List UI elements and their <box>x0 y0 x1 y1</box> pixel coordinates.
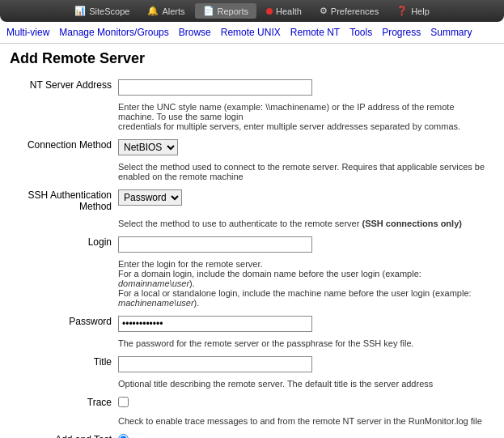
password-row: Password <box>10 313 494 334</box>
title-input[interactable] <box>118 356 312 372</box>
nav-preferences[interactable]: ⚙ Preferences <box>311 3 387 19</box>
login-row: Login <box>10 234 494 255</box>
nav-health[interactable]: Health <box>258 4 310 19</box>
nav-tools[interactable]: Tools <box>349 27 372 38</box>
nt-server-address-input[interactable] <box>118 79 312 96</box>
ssh-auth-help-text: Select the method to use to authenticate… <box>118 217 491 232</box>
login-help-text: Enter the login for the remote server. F… <box>118 257 491 311</box>
top-nav-bar: 📊 SiteScope 🔔 Alerts 📄 Reports Health ⚙ … <box>0 0 504 22</box>
form-table: NT Server Address Enter the UNC style na… <box>10 77 494 438</box>
title-label: Title <box>10 354 115 375</box>
reports-icon: 📄 <box>203 6 214 16</box>
nav-remote-unix[interactable]: Remote UNIX <box>221 27 281 38</box>
page-title: Add Remote Server <box>10 50 494 67</box>
nt-server-help-row: Enter the UNC style name (example: \\mac… <box>10 98 494 137</box>
add-and-test-row: Add and Test <box>10 432 494 438</box>
add-and-test-label: Add and Test <box>10 432 115 438</box>
connection-method-help-row: Select the method used to connect to the… <box>10 158 494 187</box>
ssh-auth-row: SSH AuthenticationMethod Password Key <box>10 187 494 215</box>
health-dot-icon <box>266 8 273 15</box>
help-icon: ❓ <box>396 6 408 16</box>
password-label: Password <box>10 313 115 334</box>
alerts-icon: 🔔 <box>147 6 159 16</box>
password-help-text: The password for the remote server or th… <box>118 337 491 351</box>
second-nav-bar: Multi-view Manage Monitors/Groups Browse… <box>0 22 504 44</box>
nt-server-help-text: Enter the UNC style name (example: \\mac… <box>118 100 491 134</box>
password-input[interactable] <box>118 316 312 332</box>
nav-help[interactable]: ❓ Help <box>388 3 438 19</box>
trace-help-row: Check to enable trace messages to and fr… <box>10 412 494 432</box>
trace-label: Trace <box>10 394 115 412</box>
nav-browse[interactable]: Browse <box>179 27 211 38</box>
trace-checkbox[interactable] <box>118 397 129 407</box>
chart-icon: 📊 <box>74 6 86 16</box>
nav-multi-view[interactable]: Multi-view <box>6 27 49 38</box>
login-input[interactable] <box>118 236 312 253</box>
nav-sitescope[interactable]: 📊 SiteScope <box>66 3 138 19</box>
add-and-test-radio[interactable] <box>118 434 129 438</box>
trace-help-text: Check to enable trace messages to and fr… <box>118 415 491 429</box>
ssh-auth-help-row: Select the method to use to authenticate… <box>10 215 494 234</box>
connection-method-row: Connection Method NetBIOS SSH Telnet <box>10 137 494 158</box>
connection-method-help-text: Select the method used to connect to the… <box>118 160 491 185</box>
nav-remote-nt[interactable]: Remote NT <box>290 27 340 38</box>
title-help-text: Optional title describing the remote ser… <box>118 377 491 392</box>
nt-server-address-row: NT Server Address <box>10 77 494 98</box>
login-help-row: Enter the login for the remote server. F… <box>10 255 494 313</box>
connection-method-label: Connection Method <box>10 137 115 158</box>
password-help-row: The password for the remote server or th… <box>10 334 494 354</box>
title-row: Title <box>10 354 494 375</box>
ssh-auth-label: SSH AuthenticationMethod <box>10 187 115 215</box>
nav-progress[interactable]: Progress <box>382 27 421 38</box>
title-help-row: Optional title describing the remote ser… <box>10 375 494 394</box>
connection-method-select[interactable]: NetBIOS SSH Telnet <box>118 139 178 155</box>
ssh-auth-select[interactable]: Password Key <box>118 189 182 206</box>
nav-alerts[interactable]: 🔔 Alerts <box>139 3 193 19</box>
page-content: Add Remote Server NT Server Address Ente… <box>0 44 504 438</box>
nt-server-input-cell <box>115 77 494 98</box>
nt-server-label: NT Server Address <box>10 77 115 98</box>
nav-reports[interactable]: 📄 Reports <box>195 3 257 19</box>
preferences-icon: ⚙ <box>320 6 328 16</box>
trace-row: Trace <box>10 394 494 412</box>
login-label: Login <box>10 234 115 255</box>
nav-summary[interactable]: Summary <box>430 27 472 38</box>
nav-manage-monitors[interactable]: Manage Monitors/Groups <box>59 27 168 38</box>
